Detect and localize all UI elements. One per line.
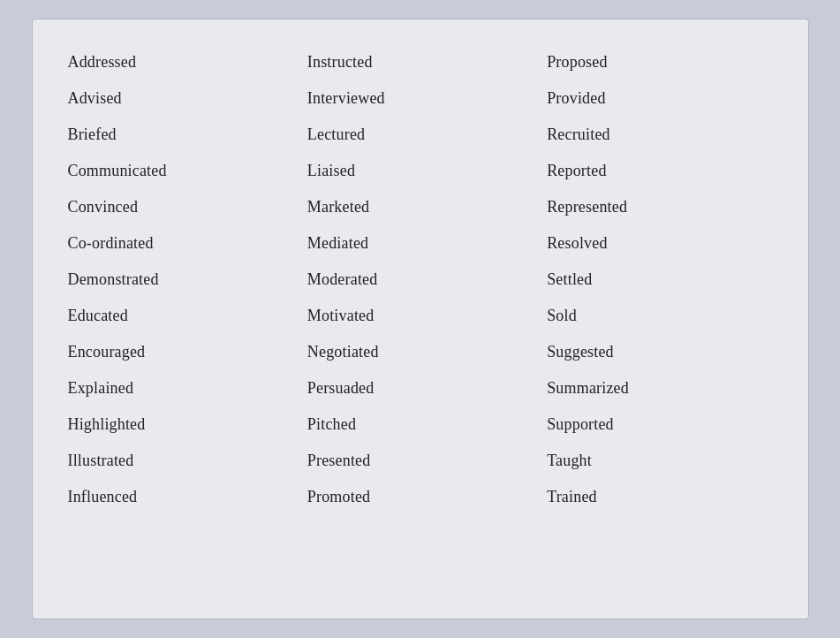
list-item: Recruited xyxy=(540,117,779,153)
list-item: Moderated xyxy=(300,262,540,298)
list-item: Sold xyxy=(540,298,779,334)
list-item: Resolved xyxy=(540,225,779,262)
list-item: Addressed xyxy=(61,44,300,80)
list-item: Represented xyxy=(540,189,779,225)
word-grid: AddressedInstructedProposedAdvisedInterv… xyxy=(61,44,780,515)
list-item: Convinced xyxy=(61,189,300,225)
list-item: Motivated xyxy=(300,298,540,334)
list-item: Supported xyxy=(540,406,779,443)
list-item: Interviewed xyxy=(300,80,540,117)
list-item: Educated xyxy=(61,298,300,334)
list-item: Lectured xyxy=(300,117,540,153)
list-item: Negotiated xyxy=(300,334,540,370)
list-item: Trained xyxy=(540,479,779,515)
list-item: Briefed xyxy=(61,117,300,153)
list-item: Highlighted xyxy=(61,406,300,443)
list-item: Liaised xyxy=(300,153,540,189)
list-item: Presented xyxy=(300,443,540,479)
list-item: Demonstrated xyxy=(61,262,300,298)
list-item: Explained xyxy=(61,370,300,406)
list-item: Persuaded xyxy=(300,370,540,406)
list-item: Settled xyxy=(540,262,779,298)
list-item: Reported xyxy=(540,153,779,189)
word-card: AddressedInstructedProposedAdvisedInterv… xyxy=(32,19,809,619)
list-item: Taught xyxy=(540,443,779,479)
list-item: Encouraged xyxy=(61,334,300,370)
list-item: Co-ordinated xyxy=(61,225,300,262)
list-item: Proposed xyxy=(540,44,779,80)
list-item: Marketed xyxy=(300,189,540,225)
list-item: Communicated xyxy=(61,153,300,189)
list-item: Promoted xyxy=(300,479,540,515)
list-item: Influenced xyxy=(61,479,300,515)
list-item: Provided xyxy=(540,80,779,117)
list-item: Pitched xyxy=(300,406,540,443)
list-item: Instructed xyxy=(300,44,540,80)
list-item: Illustrated xyxy=(61,443,300,479)
list-item: Advised xyxy=(61,80,300,117)
list-item: Mediated xyxy=(300,225,540,262)
list-item: Suggested xyxy=(540,334,779,370)
list-item: Summarized xyxy=(540,370,779,406)
